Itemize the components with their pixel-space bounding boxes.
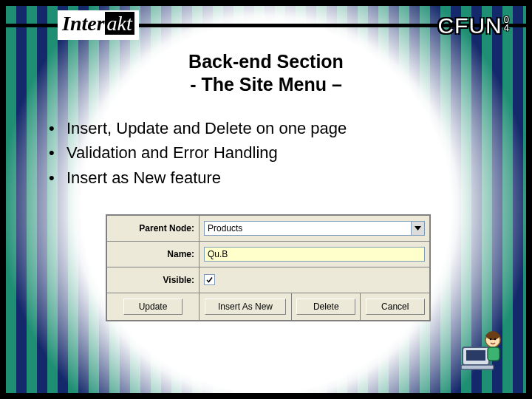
parent-node-value: Products	[205, 222, 411, 235]
parent-node-select[interactable]: Products	[204, 221, 425, 236]
form-row-name: Name:	[107, 242, 430, 267]
svg-rect-2	[466, 350, 485, 361]
label-visible: Visible:	[107, 267, 200, 293]
update-button[interactable]: Update	[123, 299, 183, 315]
dropdown-arrow-icon[interactable]	[411, 222, 424, 235]
logo-cfun-text: CFUN	[437, 13, 502, 38]
svg-marker-0	[415, 226, 421, 231]
svg-rect-3	[461, 365, 494, 369]
slide-title-line1: Back-end Section	[6, 50, 526, 73]
delete-button[interactable]: Delete	[296, 299, 355, 315]
bullet-list: Insert, Update and Delete on one page Va…	[49, 117, 526, 189]
top-bar: Interakt CFUN 0 4	[6, 6, 526, 44]
bullet-item: Insert, Update and Delete on one page	[49, 117, 526, 140]
slide-stage: Interakt CFUN 0 4 Back-end Section - The…	[0, 0, 532, 399]
logo-cfun-sup2: 4	[504, 24, 510, 32]
cancel-button[interactable]: Cancel	[366, 299, 425, 315]
logo-cfun: CFUN 0 4	[437, 13, 510, 38]
slide-content: Back-end Section - The Site Menu – Inser…	[6, 47, 526, 393]
logo-interakt-suffix: akt	[105, 12, 134, 35]
logo-interakt: Interakt	[58, 10, 139, 40]
svg-point-6	[494, 338, 497, 341]
label-parent-node: Parent Node:	[107, 216, 200, 242]
form-panel: Parent Node: Products Name:	[106, 214, 431, 321]
svg-rect-7	[488, 347, 499, 361]
name-input[interactable]	[204, 247, 425, 262]
form-row-parent-node: Parent Node: Products	[107, 216, 430, 242]
bullet-item: Insert as New feature	[49, 167, 526, 189]
slide-title: Back-end Section - The Site Menu –	[6, 50, 526, 97]
insert-as-new-button[interactable]: Insert As New	[205, 299, 286, 315]
label-name: Name:	[107, 242, 200, 267]
form-row-visible: Visible:	[107, 267, 430, 293]
form-button-row: Update Insert As New Delete Cancel	[107, 293, 430, 321]
visible-checkbox[interactable]	[204, 274, 215, 285]
bullet-item: Validation and Error Handling	[49, 142, 526, 164]
svg-point-5	[490, 338, 492, 341]
slide-title-line2: - The Site Menu –	[6, 73, 526, 96]
logo-interakt-prefix: Inter	[62, 12, 105, 35]
mascot-icon	[458, 325, 505, 372]
